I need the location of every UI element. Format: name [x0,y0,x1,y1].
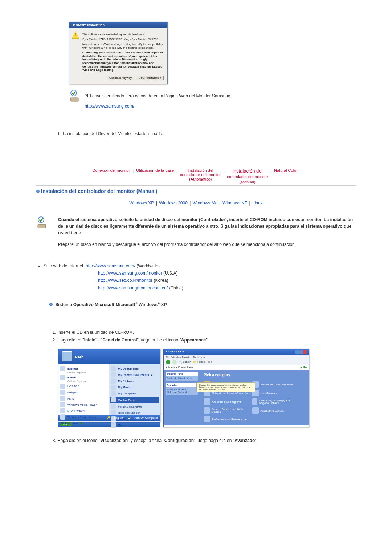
cat-performance[interactable]: Performance and Maintenance [204,416,252,422]
control-panel-sidebar: Control Panel Switch to Classic View See… [164,370,200,425]
website-list: Sitio web de Internet :http://www.samsun… [36,262,356,292]
step-6: 6. La instalación del Driver del Monitor… [58,131,356,136]
start-item-paint[interactable]: Paint [60,396,107,401]
start-item-wmp[interactable]: Windows Media Player [60,402,107,407]
tab-utilizacion[interactable]: Utilización de la base [136,168,174,173]
cat-date-time[interactable]: Date, Time, Language, and Regional Optio… [252,398,300,405]
link-linux[interactable]: Linux [252,200,263,206]
cat-users[interactable]: User Accounts [252,390,300,396]
start-menu-screenshot: park Internet Internet Explorer E-mail O… [58,349,160,427]
link-samsung-china[interactable]: http://www.samsungmonitor.com.cn/ [98,285,168,291]
link-samsung-worldwide[interactable]: http://www.samsung.com/ [86,263,135,268]
chevron-right-icon: ▶ [80,422,82,425]
tell-me-why-link[interactable]: Tell me why this testing is important. [107,46,154,49]
folder-icon [111,378,116,384]
forward-icon[interactable] [172,360,177,364]
link-windows-nt[interactable]: Windows NT [222,200,247,206]
help-support-link[interactable]: Help and Support [167,391,197,393]
install-steps-3: Haga clic en el icono "Visualización" y … [51,437,356,444]
cat-accessibility[interactable]: Accessibility Options [252,407,300,414]
check-icon [69,90,82,103]
toolbar-folders[interactable]: 📁 Folders [193,361,205,364]
programs-icon [204,398,210,405]
start-item-internet[interactable]: Internet [60,366,107,371]
turn-off-button[interactable]: ⏻ Turn Off Computer [127,416,158,420]
tooltip: Change the appearance of desktop items, … [196,382,255,392]
start-item-run[interactable]: Run... [111,422,158,428]
start-item-control-panel[interactable]: Control Panel [110,397,159,403]
dialog-titlebar: Hardware Installation [69,22,167,28]
continue-anyway-button[interactable]: Continue Anyway [107,76,134,81]
start-item-recent[interactable]: My Recent Documents ▸ [111,372,158,377]
wmp-icon [60,402,65,407]
warning-icon [72,31,79,39]
svg-rect-3 [38,224,46,228]
install-steps-1-2: Inserte el CD en la unidad de CD-ROM. Ha… [51,329,356,344]
link-windows-2000[interactable]: Windows 2000 [159,200,188,206]
globe-icon [252,398,257,405]
folder-icon [111,366,116,371]
tab-instalacion-auto[interactable]: Instalación delcontrolador del monitor(A… [180,168,221,181]
os-links-row: Windows XP | Windows 2000 | Windows Me |… [36,200,356,206]
check-icon [36,216,49,230]
switch-classic-link[interactable]: Switch to Classic View [167,377,197,380]
start-item-msn[interactable]: MSN Explorer [60,408,107,413]
start-item-help[interactable]: Help and Support [111,410,158,415]
help-icon [111,410,116,415]
paint-icon [60,396,65,401]
control-panel-main: Pick a category Appearance and Themes Ch… [200,370,309,425]
start-item-all-programs[interactable]: All Programs ▶ [60,422,107,425]
svg-point-0 [71,90,77,96]
start-item-my-documents[interactable]: My Documents [111,366,158,371]
run-icon [111,422,116,428]
start-item-wmm[interactable]: Windows Movie Maker [60,414,107,420]
back-icon[interactable] [166,360,170,364]
link-samsung-usa[interactable]: http://www.samsung.com/monitor [98,271,162,276]
section-heading: Instalación del controlador del monitor … [36,188,356,194]
toolbar-search[interactable]: 🔍 Search [179,361,191,364]
avatar [62,351,72,361]
folder-icon [111,372,116,377]
tab-natural-color[interactable]: Natural Color [274,168,298,173]
bold-instruction-paragraph: Cuando el sistema operativo solicite la … [58,216,356,236]
start-item-printers[interactable]: Printers and Faxes [111,404,158,409]
cat-add-remove[interactable]: Add or Remove Programs [204,398,252,405]
start-item-email[interactable]: E-mail [60,375,107,380]
start-item-pictures[interactable]: My Pictures [111,378,158,384]
printer-icon [111,404,116,409]
samsung-home-link[interactable]: http://www.samsung.com/ [85,104,134,109]
svg-rect-1 [70,98,78,101]
cat-sounds[interactable]: Sounds, Speech, and Audio Devices [204,407,252,414]
certified-driver-note: *El driver certificado será colocado en … [69,90,356,109]
step-2: Haga clic en "Inicio" - "Panel de Contro… [57,337,356,344]
tab-conexion[interactable]: Conexión del monitor [92,168,130,173]
start-menu-header: park [58,349,160,364]
start-item-notepad[interactable]: Notepad [60,390,107,395]
start-item-my-computer[interactable]: My Computer [111,391,158,396]
log-off-button[interactable]: 🔑 Log Off [107,416,123,420]
tab-instalacion-manual[interactable]: Instalación delcontrolador del monitor(M… [227,168,268,185]
mail-icon [60,375,65,380]
link-windows-me[interactable]: Windows Me [193,200,218,206]
step-3: Haga clic en el icono "Visualización" y … [57,437,356,444]
bullet-icon [49,303,53,306]
control-panel-screenshot: ▸ Control Panel File Edit View Favorites… [163,349,309,427]
svg-point-2 [38,217,44,223]
start-item-hct[interactable]: HCT 10.0 [60,384,107,389]
folder-icon [111,385,116,390]
dialog-text-1: The software you are installing for this… [82,33,164,36]
cat-printers[interactable]: Printers and Other Hardware [252,381,300,388]
address-bar[interactable]: Address ▸ Control Panel ▶ Go [164,365,309,370]
link-samsung-korea[interactable]: http://www.sec.co.kr/monitor [98,278,152,283]
start-item-music[interactable]: My Music [111,385,158,390]
link-windows-xp[interactable]: Windows XP [129,200,154,206]
wmm-icon [60,414,65,420]
windows-update-link[interactable]: Windows Update [167,388,197,391]
accessibility-icon [252,407,259,414]
window-buttons[interactable] [295,350,307,354]
cat-appearance[interactable]: Appearance and Themes Change the appeara… [204,381,252,388]
stop-installation-button[interactable]: STOP Installation [136,76,164,81]
step-1: Inserte el CD en la unidad de CD-ROM. [57,329,356,336]
menu-bar[interactable]: File Edit View Favorites Tools Help [164,355,309,359]
ie-icon [60,366,65,371]
